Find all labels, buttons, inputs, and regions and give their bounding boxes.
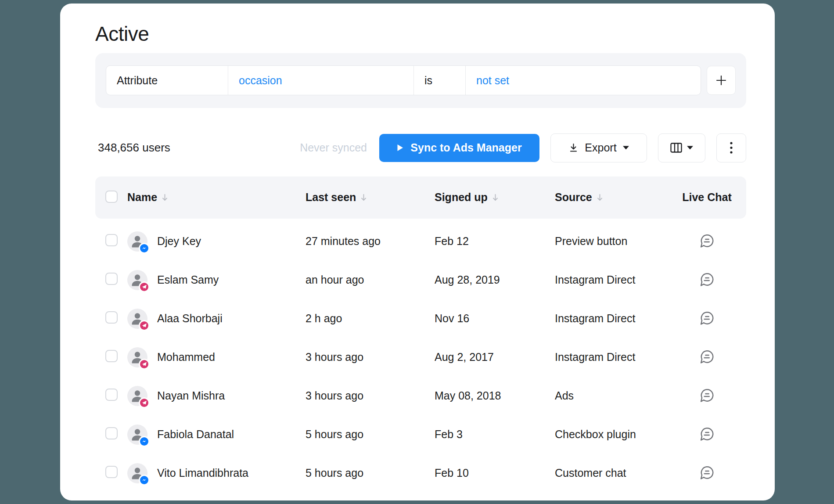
filter-field-value[interactable]: not set bbox=[466, 66, 701, 95]
live-chat-icon[interactable] bbox=[699, 272, 715, 288]
sync-to-ads-manager-button[interactable]: Sync to Ads Manager bbox=[379, 134, 539, 162]
users-table-body: Djey Key 27 minutes ago Feb 12 Preview b… bbox=[95, 222, 746, 493]
user-name[interactable]: Nayan Mishra bbox=[157, 389, 225, 402]
row-checkbox-cell bbox=[105, 273, 127, 288]
channel-badge bbox=[139, 359, 150, 370]
avatar bbox=[127, 386, 147, 406]
avatar bbox=[127, 463, 147, 483]
name-cell: Djey Key bbox=[127, 231, 306, 252]
filter-bar: Attribute occasion is not set bbox=[95, 53, 746, 108]
live-chat-icon[interactable] bbox=[699, 426, 715, 443]
table-row: Alaa Shorbaji 2 h ago Nov 16 Instagram D… bbox=[95, 299, 746, 338]
signed-up-value: Nov 16 bbox=[435, 312, 555, 325]
last-seen-value: 2 h ago bbox=[306, 312, 435, 325]
user-name[interactable]: Mohammed bbox=[157, 351, 215, 364]
column-label: Source bbox=[555, 191, 592, 204]
last-seen-value: an hour ago bbox=[306, 274, 435, 286]
table-row: Nayan Mishra 3 hours ago May 08, 2018 Ad… bbox=[95, 377, 746, 415]
row-checkbox[interactable] bbox=[105, 350, 118, 362]
sync-button-label: Sync to Ads Manager bbox=[410, 141, 521, 154]
table-row: Mohammed 3 hours ago Aug 2, 2017 Instagr… bbox=[95, 338, 746, 377]
row-checkbox[interactable] bbox=[105, 389, 118, 401]
chevron-down-icon bbox=[687, 146, 693, 150]
name-cell: Alaa Shorbaji bbox=[127, 309, 306, 329]
export-button[interactable]: Export bbox=[550, 133, 647, 162]
messenger-icon bbox=[141, 245, 147, 251]
instagram-direct-icon bbox=[141, 361, 147, 367]
source-value: Instagram Direct bbox=[555, 274, 668, 286]
avatar bbox=[127, 231, 147, 252]
select-all-checkbox[interactable] bbox=[105, 191, 118, 203]
table-row: Eslam Samy an hour ago Aug 28, 2019 Inst… bbox=[95, 261, 746, 299]
row-checkbox-cell bbox=[105, 350, 127, 365]
row-checkbox[interactable] bbox=[105, 273, 118, 285]
user-name[interactable]: Vito Limandibhrata bbox=[157, 467, 248, 479]
channel-badge bbox=[139, 281, 150, 292]
messenger-icon bbox=[141, 477, 147, 483]
users-count: 348,656 users bbox=[95, 141, 170, 155]
row-checkbox-cell bbox=[105, 427, 127, 442]
column-header-source[interactable]: Source bbox=[555, 191, 668, 204]
column-label: Signed up bbox=[435, 191, 488, 204]
row-checkbox[interactable] bbox=[105, 234, 118, 246]
filter-type-label: Attribute bbox=[117, 74, 158, 87]
last-seen-value: 3 hours ago bbox=[306, 351, 435, 364]
live-chat-cell bbox=[668, 465, 746, 482]
filter-condition-group: Attribute occasion is not set bbox=[106, 65, 701, 95]
filter-field-type[interactable]: Attribute bbox=[106, 66, 228, 95]
kebab-menu-icon bbox=[730, 142, 733, 154]
channel-badge bbox=[139, 320, 150, 331]
live-chat-icon[interactable] bbox=[699, 388, 715, 404]
live-chat-icon[interactable] bbox=[699, 310, 715, 327]
row-checkbox-cell bbox=[105, 466, 127, 481]
column-header-name[interactable]: Name bbox=[127, 191, 306, 204]
export-label: Export bbox=[585, 141, 616, 154]
columns-icon bbox=[670, 143, 682, 153]
sort-arrow-icon bbox=[492, 194, 499, 201]
column-header-signed-up[interactable]: Signed up bbox=[435, 191, 555, 204]
table-header: Name Last seen Signed up Source Live Cha… bbox=[95, 176, 746, 219]
name-cell: Eslam Samy bbox=[127, 270, 306, 290]
header-checkbox-cell bbox=[105, 191, 127, 205]
play-icon bbox=[397, 144, 403, 151]
filter-field-operator[interactable]: is bbox=[414, 66, 466, 95]
user-name[interactable]: Alaa Shorbaji bbox=[157, 312, 223, 325]
column-header-last-seen[interactable]: Last seen bbox=[306, 191, 435, 204]
avatar bbox=[127, 270, 147, 290]
user-name[interactable]: Fabiola Danatal bbox=[157, 428, 234, 441]
live-chat-icon[interactable] bbox=[699, 465, 715, 482]
row-checkbox[interactable] bbox=[105, 427, 118, 439]
add-filter-button[interactable] bbox=[707, 66, 736, 95]
row-checkbox[interactable] bbox=[105, 466, 118, 478]
avatar bbox=[127, 347, 147, 367]
column-label: Live Chat bbox=[682, 191, 732, 204]
channel-badge bbox=[139, 243, 150, 254]
filter-field-attribute[interactable]: occasion bbox=[228, 66, 414, 95]
segment-panel: Active Attribute occasion is not set bbox=[60, 4, 775, 500]
avatar bbox=[127, 309, 147, 329]
column-header-live-chat: Live Chat bbox=[668, 191, 746, 204]
live-chat-icon[interactable] bbox=[699, 349, 715, 366]
channel-badge bbox=[139, 436, 150, 447]
name-cell: Mohammed bbox=[127, 347, 306, 367]
last-seen-value: 27 minutes ago bbox=[306, 235, 435, 248]
last-seen-value: 3 hours ago bbox=[306, 389, 435, 402]
source-value: Customer chat bbox=[555, 467, 668, 479]
user-name[interactable]: Djey Key bbox=[157, 235, 201, 248]
last-seen-value: 5 hours ago bbox=[306, 428, 435, 441]
more-options-button[interactable] bbox=[716, 133, 746, 162]
name-cell: Fabiola Danatal bbox=[127, 425, 306, 445]
messenger-icon bbox=[141, 439, 147, 444]
user-name[interactable]: Eslam Samy bbox=[157, 274, 219, 286]
column-label: Last seen bbox=[306, 191, 356, 204]
instagram-direct-icon bbox=[141, 323, 147, 328]
table-row: Djey Key 27 minutes ago Feb 12 Preview b… bbox=[95, 222, 746, 261]
columns-button[interactable] bbox=[658, 133, 705, 162]
avatar bbox=[127, 425, 147, 445]
name-cell: Nayan Mishra bbox=[127, 386, 306, 406]
signed-up-value: Feb 3 bbox=[435, 428, 555, 441]
filter-operator-value: is bbox=[424, 74, 432, 87]
row-checkbox[interactable] bbox=[105, 311, 118, 324]
name-cell: Vito Limandibhrata bbox=[127, 463, 306, 483]
live-chat-icon[interactable] bbox=[699, 233, 715, 250]
